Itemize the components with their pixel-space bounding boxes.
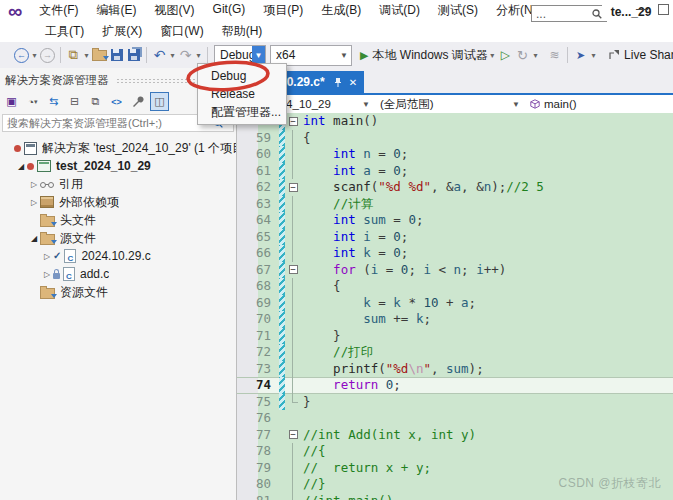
save-all-icon[interactable] <box>125 46 142 64</box>
collapse-box-icon[interactable]: − <box>289 183 298 192</box>
code-line[interactable]: 70 sum += k; <box>237 311 673 328</box>
restart-icon[interactable]: ↻ <box>514 46 531 64</box>
menu-item[interactable]: 项目(P) <box>254 2 312 19</box>
new-dropdown-caret[interactable]: ▾ <box>82 51 91 60</box>
run-dropdown-caret[interactable]: ▾ <box>488 51 497 60</box>
code-text[interactable]: //int Add(int x, int y) <box>301 427 476 444</box>
code-text[interactable]: int main() <box>301 113 378 130</box>
line-number[interactable]: 71 <box>237 328 279 345</box>
new-project-icon[interactable]: ⧉ <box>65 46 82 64</box>
line-number[interactable]: 72 <box>237 344 279 361</box>
code-text[interactable] <box>301 410 303 427</box>
code-text[interactable]: for (i = 0; i < n; i++) <box>301 262 506 279</box>
code-text[interactable]: } <box>301 328 341 345</box>
code-text[interactable]: int sum = 0; <box>301 212 423 229</box>
debug-target-pointer-icon[interactable]: ➤ <box>572 46 589 64</box>
line-number[interactable]: 62 <box>237 179 279 196</box>
line-number[interactable]: 68 <box>237 278 279 295</box>
menu-item[interactable]: 窗口(W) <box>151 23 212 40</box>
tree-item[interactable]: ◢test_2024_10_29 <box>0 157 236 175</box>
code-line[interactable]: 74 return 0; <box>237 377 673 394</box>
menu-item[interactable]: 编辑(E) <box>88 2 146 19</box>
line-number[interactable]: 60 <box>237 146 279 163</box>
code-text[interactable]: printf("%d\n", sum); <box>301 361 484 378</box>
menu-item[interactable]: Git(G) <box>204 2 255 19</box>
wrench-icon[interactable] <box>129 93 146 110</box>
tree-item[interactable]: ▷✓2024.10.29.c <box>0 247 236 265</box>
preview-selected-items-icon[interactable]: ◫ <box>150 92 169 111</box>
line-number[interactable]: 79 <box>237 460 279 477</box>
code-editor[interactable]: 58−int main()59{60 int n = 0;61 int a = … <box>237 113 673 500</box>
code-line[interactable]: 67− for (i = 0; i < n; i++) <box>237 262 673 279</box>
outlining-margin[interactable]: − <box>285 427 301 444</box>
scope-dropdown[interactable]: (全局范围) ▼ <box>375 95 525 113</box>
code-text[interactable]: //{ <box>301 443 326 460</box>
tree-expander-icon[interactable]: ▷ <box>28 198 40 207</box>
dropdown-item[interactable]: Release <box>198 85 286 103</box>
restart-dropdown-caret[interactable]: ▾ <box>531 51 540 60</box>
maximize-button[interactable] <box>658 4 669 15</box>
line-number[interactable]: 63 <box>237 196 279 213</box>
pin-icon[interactable] <box>334 78 342 87</box>
quick-search-box[interactable]: ... <box>531 5 607 22</box>
line-number[interactable]: 77 <box>237 427 279 444</box>
code-line[interactable]: 81//int main() <box>237 493 673 500</box>
code-text[interactable]: return 0; <box>301 377 401 394</box>
chevron-down-icon[interactable]: ▼ <box>252 46 265 65</box>
minimize-button[interactable]: — <box>636 2 648 16</box>
open-folder-icon[interactable] <box>91 46 108 64</box>
line-number[interactable]: 76 <box>237 410 279 427</box>
collapse-all-icon[interactable]: ⊟ <box>66 93 83 110</box>
line-number[interactable]: 59 <box>237 130 279 147</box>
dropdown-item[interactable]: Debug <box>198 67 286 85</box>
pointer-dropdown-caret[interactable]: ▾ <box>589 51 598 60</box>
tree-expander-icon[interactable]: ▷ <box>28 180 40 189</box>
redo-dropdown-caret[interactable]: ▾ <box>194 51 203 60</box>
start-debugging-button[interactable]: ▶ 本地 Windows 调试器 ▾ <box>360 47 497 64</box>
code-text[interactable]: //} <box>301 476 326 493</box>
member-dropdown[interactable]: main() <box>525 95 673 113</box>
code-line[interactable]: 71 } <box>237 328 673 345</box>
code-line[interactable]: 73 printf("%d\n", sum); <box>237 361 673 378</box>
redo-icon[interactable]: ↷ <box>177 46 194 64</box>
view-code-icon[interactable]: <> <box>108 93 125 110</box>
code-line[interactable]: 69 k = k * 10 + a; <box>237 295 673 312</box>
code-text[interactable]: { <box>301 278 341 295</box>
line-number[interactable]: 69 <box>237 295 279 312</box>
menu-item[interactable]: 视图(V) <box>146 2 204 19</box>
hot-reload-icon[interactable]: ≋ <box>546 46 563 64</box>
code-line[interactable]: 60 int n = 0; <box>237 146 673 163</box>
code-line[interactable]: 68 { <box>237 278 673 295</box>
code-text[interactable]: k = k * 10 + a; <box>301 295 476 312</box>
collapse-box-icon[interactable]: − <box>289 117 298 126</box>
line-number[interactable]: 74 <box>237 377 279 394</box>
outlining-margin[interactable]: − <box>285 179 301 196</box>
collapse-box-icon[interactable]: − <box>289 430 298 439</box>
tree-expander-icon[interactable]: ▷ <box>41 270 53 279</box>
code-line[interactable]: 72 //打印 <box>237 344 673 361</box>
sync-with-active-document-icon[interactable]: ⇆ <box>45 93 62 110</box>
code-line[interactable]: 65 int i = 0; <box>237 229 673 246</box>
save-icon[interactable] <box>108 46 125 64</box>
code-line[interactable]: 79// return x + y; <box>237 460 673 477</box>
menu-item[interactable]: 调试(D) <box>370 2 429 19</box>
line-number[interactable]: 73 <box>237 361 279 378</box>
code-text[interactable]: { <box>301 130 311 147</box>
live-share-button[interactable]: Live Share <box>608 48 673 62</box>
line-number[interactable]: 65 <box>237 229 279 246</box>
code-line[interactable]: 75} <box>237 394 673 411</box>
line-number[interactable]: 61 <box>237 163 279 180</box>
tree-expander-icon[interactable]: ◢ <box>15 162 27 171</box>
code-text[interactable]: int i = 0; <box>301 229 408 246</box>
menu-item[interactable]: 工具(T) <box>36 23 93 40</box>
tree-item[interactable]: 头文件 <box>0 211 236 229</box>
menu-item[interactable]: 扩展(X) <box>93 23 151 40</box>
navigate-forward-button[interactable]: → <box>39 46 56 64</box>
dropdown-item[interactable]: 配置管理器... <box>198 103 286 121</box>
code-line[interactable]: 62− scanf("%d %d", &a, &n);//2 5 <box>237 179 673 196</box>
line-number[interactable]: 67 <box>237 262 279 279</box>
code-line[interactable]: 76 <box>237 410 673 427</box>
menu-item[interactable]: 帮助(H) <box>213 23 272 40</box>
menu-item[interactable]: 文件(F) <box>30 2 87 19</box>
tree-item[interactable]: ▷引用 <box>0 175 236 193</box>
